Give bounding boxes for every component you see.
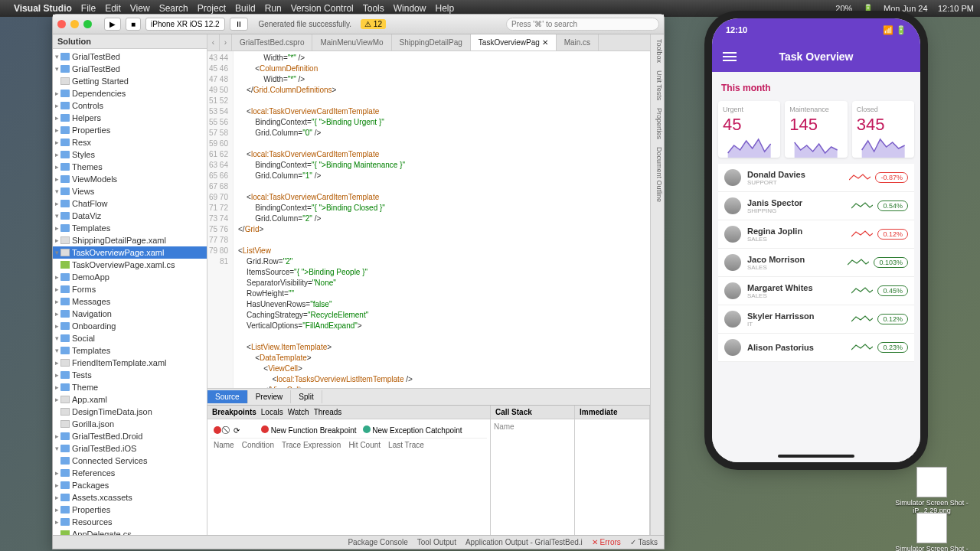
menu-help[interactable]: Help: [435, 3, 454, 14]
tree-task-overview[interactable]: ▾TaskOverviewPage.xaml: [53, 246, 207, 259]
list-item[interactable]: Regina JoplinSALES0.12%: [718, 220, 914, 249]
tree-themes[interactable]: ▸Themes: [53, 161, 207, 173]
tree-views[interactable]: ▾Views: [53, 185, 207, 197]
app-name[interactable]: Visual Studio: [14, 3, 72, 14]
source-tab[interactable]: Source: [207, 390, 248, 403]
tree-appdelegate-cs[interactable]: AppDelegate.cs: [53, 528, 207, 535]
desktop-icon[interactable]: Simulator Screen Shot - iP...3.23.png: [890, 513, 974, 551]
code-editor[interactable]: Width="*" /> <ColumnDefinition Width="*"…: [234, 51, 650, 388]
tree-helpers[interactable]: ▸Helpers: [53, 112, 207, 124]
tab-back-icon[interactable]: ‹: [207, 34, 220, 51]
menu-run[interactable]: Run: [265, 3, 282, 14]
zoom-icon[interactable]: [83, 20, 92, 28]
tree-onboarding[interactable]: ▸Onboarding: [53, 320, 207, 332]
search-input[interactable]: [506, 18, 659, 31]
vtool-document-outline[interactable]: Document Outline: [652, 147, 663, 202]
threads-tab[interactable]: Threads: [314, 408, 342, 416]
tree-tests[interactable]: ▸Tests: [53, 369, 207, 381]
run-button[interactable]: ▶: [104, 18, 121, 31]
list-item[interactable]: Janis SpectorSHIPPING0.54%: [718, 192, 914, 220]
tool-output-button[interactable]: Tool Output: [417, 538, 456, 546]
card-urgent[interactable]: Urgent45: [718, 101, 780, 158]
errors-button[interactable]: Errors: [600, 538, 621, 546]
tree-dependencies[interactable]: ▸Dependencies: [53, 87, 207, 99]
tree-getting-started[interactable]: Getting Started: [53, 75, 207, 87]
tree-demoapp[interactable]: ▸DemoApp: [53, 271, 207, 283]
minimize-icon[interactable]: [70, 20, 79, 28]
tab-0[interactable]: GrialTestBed.cspro: [232, 34, 312, 51]
breakpoints-tab[interactable]: Breakpoints: [212, 408, 256, 416]
tree-dataviz[interactable]: ▾DataViz: [53, 210, 207, 222]
tree-templates[interactable]: ▸Templates: [53, 222, 207, 234]
split-tab[interactable]: Split: [291, 390, 322, 403]
tree-frienditemtemplate-xaml[interactable]: ▸FriendItemTemplate.xaml: [53, 357, 207, 369]
tree-app-xaml[interactable]: ▸App.xaml: [53, 393, 207, 406]
tree-grialtestbed[interactable]: ▾GrialTestBed: [53, 63, 207, 75]
package-console-button[interactable]: Package Console: [348, 538, 407, 546]
list-item[interactable]: Margaret WhitesSALES0.45%: [718, 277, 914, 305]
tree-messages[interactable]: ▸Messages: [53, 295, 207, 308]
tab-2[interactable]: ShippingDetailPag: [392, 34, 471, 51]
tab-4[interactable]: Main.cs: [557, 34, 599, 51]
tree-templates[interactable]: ▾Templates: [53, 344, 207, 357]
watch-tab[interactable]: Watch: [288, 408, 309, 416]
tree-properties[interactable]: ▸Properties: [53, 504, 207, 516]
new-exc-cp-button[interactable]: New Exception Catchpoint: [372, 426, 462, 435]
menu-tools[interactable]: Tools: [363, 3, 384, 14]
tree-shippingdetailpage-xaml[interactable]: ▸ShippingDetailPage.xaml: [53, 234, 207, 246]
menu-version control[interactable]: Version Control: [291, 3, 354, 14]
tree-gorilla-json[interactable]: Gorilla.json: [53, 418, 207, 430]
menu-build[interactable]: Build: [235, 3, 256, 14]
pause-button[interactable]: ⏸: [230, 18, 248, 31]
tree-theme[interactable]: ▸Theme: [53, 381, 207, 393]
menu-edit[interactable]: Edit: [105, 3, 121, 14]
tree-packages[interactable]: ▸Packages: [53, 479, 207, 491]
menu-project[interactable]: Project: [198, 3, 226, 14]
callstack-tab[interactable]: Call Stack: [495, 408, 532, 416]
menu-icon[interactable]: [723, 52, 737, 61]
tree-styles[interactable]: ▸Styles: [53, 148, 207, 161]
tree-social[interactable]: ▾Social: [53, 332, 207, 344]
tree-references[interactable]: ▸References: [53, 467, 207, 479]
tree-grialtestbed-droid[interactable]: ▸GrialTestBed.Droid: [53, 430, 207, 442]
new-func-bp-button[interactable]: New Function Breakpoint: [271, 426, 357, 435]
tree-viewmodels[interactable]: ▸ViewModels: [53, 173, 207, 185]
locals-tab[interactable]: Locals: [261, 408, 283, 416]
menu-search[interactable]: Search: [159, 3, 188, 14]
tree-designtimedata-json[interactable]: DesignTimeData.json: [53, 406, 207, 418]
tree-grialtestbed[interactable]: ▾GrialTestBed: [53, 51, 207, 63]
list-item[interactable]: Alison Pastorius0.23%: [718, 334, 914, 362]
app-output-button[interactable]: Application Output - GrialTestBed.i: [466, 538, 583, 546]
tree-grialtestbed-ios[interactable]: ▾GrialTestBed.iOS: [53, 442, 207, 455]
tree-resources[interactable]: ▸Resources: [53, 516, 207, 528]
tree-taskoverviewpage-xaml-cs[interactable]: TaskOverviewPage.xaml.cs: [53, 259, 207, 271]
immediate-tab[interactable]: Immediate: [580, 408, 617, 416]
vtool-toolbox[interactable]: Toolbox: [652, 39, 663, 63]
tree-connected-services[interactable]: Connected Services: [53, 455, 207, 467]
tree-controls[interactable]: ▸Controls: [53, 99, 207, 112]
tree-navigation[interactable]: ▸Navigation: [53, 308, 207, 320]
tree-resx[interactable]: ▸Resx: [53, 136, 207, 148]
menu-window[interactable]: Window: [394, 3, 426, 14]
close-icon[interactable]: [57, 20, 66, 28]
tree-chatflow[interactable]: ▸ChatFlow: [53, 197, 207, 210]
card-closed[interactable]: Closed345: [852, 101, 914, 158]
tree-forms[interactable]: ▸Forms: [53, 283, 207, 295]
list-item[interactable]: Donald DaviesSUPPORT-0.87%: [718, 164, 914, 192]
tab-3[interactable]: TaskOverviewPag ✕: [471, 34, 557, 51]
tasks-button[interactable]: Tasks: [638, 538, 658, 546]
tree-properties[interactable]: ▸Properties: [53, 124, 207, 136]
vtool-unit-tests[interactable]: Unit Tests: [652, 70, 663, 100]
tab-1[interactable]: MainMenuViewMo: [312, 34, 391, 51]
menu-file[interactable]: File: [81, 3, 96, 14]
menu-view[interactable]: View: [130, 3, 150, 14]
warnings-badge[interactable]: ⚠ 12: [361, 19, 386, 29]
list-item[interactable]: Skyler HarrissonIT0.12%: [718, 305, 914, 334]
immediate-body[interactable]: [575, 419, 649, 535]
tree-assets-xcassets[interactable]: ▸Assets.xcassets: [53, 491, 207, 504]
card-maintenance[interactable]: Maintenance145: [785, 101, 847, 158]
home-indicator[interactable]: [778, 455, 854, 458]
preview-tab[interactable]: Preview: [248, 390, 292, 403]
bp-dot-icon[interactable]: [214, 426, 221, 434]
vtool-properties[interactable]: Properties: [652, 108, 663, 139]
